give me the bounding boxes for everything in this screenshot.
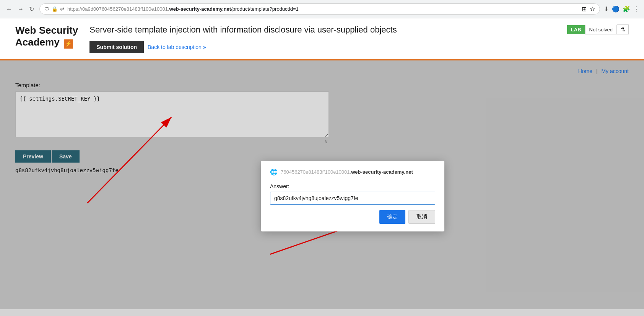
logo-line2: Academy ⚡ xyxy=(15,36,78,48)
qr-icon: ⊞ xyxy=(582,5,587,13)
home-link[interactable]: Home xyxy=(578,68,592,74)
resize-handle: // xyxy=(15,139,329,144)
logo-area: Web Security Academy ⚡ xyxy=(15,24,78,49)
star-icon: ☆ xyxy=(590,5,595,13)
logo-text-line1: Web Security xyxy=(15,24,78,36)
logo-icon: ⚡ xyxy=(64,39,73,49)
extensions-icon[interactable]: 🧩 xyxy=(623,5,630,13)
logo-text-line2: Academy ⚡ xyxy=(15,36,73,48)
answer-label: Answer: xyxy=(270,183,435,189)
menu-icon[interactable]: ⋮ xyxy=(633,5,639,13)
url-dim: https://0a9d00760456270e81483ff100e10001… xyxy=(67,6,169,12)
browser-actions: ⬇ 🔵 🧩 ⋮ xyxy=(604,5,639,13)
dialog-buttons: 确定 取消 xyxy=(270,210,435,224)
nav-separator: | xyxy=(596,68,598,74)
my-account-link[interactable]: My account xyxy=(601,68,629,74)
url-bold: web-security-academy.net xyxy=(169,6,231,12)
nav-buttons: ← → ↻ xyxy=(5,4,36,14)
cancel-button[interactable]: 取消 xyxy=(408,210,435,224)
back-to-lab-link[interactable]: Back to lab description » xyxy=(148,44,206,50)
browser-chrome: ← → ↻ 🛡 🔒 ⇄ https://0a9d00760456270e8148… xyxy=(0,0,644,18)
url-rest: /product/template?productId=1 xyxy=(231,6,299,12)
lock-icon: 🔒 xyxy=(52,6,58,12)
notification-icon[interactable]: 🔵 xyxy=(612,5,620,13)
template-label: Template: xyxy=(15,82,329,88)
page-content: Home | My account Template: {{ settings.… xyxy=(0,60,644,309)
address-bar[interactable]: 🛡 🔒 ⇄ https://0a9d00760456270e81483ff100… xyxy=(39,3,600,15)
download-icon[interactable]: ⬇ xyxy=(604,5,609,13)
shield-icon: 🛡 xyxy=(44,6,49,12)
back-button[interactable]: ← xyxy=(5,4,14,14)
lab-actions: Submit solution Back to lab description … xyxy=(89,41,556,53)
globe-icon: 🌐 xyxy=(270,168,278,176)
submit-solution-button[interactable]: Submit solution xyxy=(89,41,144,53)
answer-input[interactable] xyxy=(270,192,435,205)
dialog-domain: 🌐 760456270e81483ff100e10001.web-securit… xyxy=(270,168,435,179)
logo-line1: Web Security xyxy=(15,24,78,36)
chevron-right-icon: » xyxy=(203,44,206,50)
address-text: https://0a9d00760456270e81483ff100e10001… xyxy=(67,6,579,12)
preview-button[interactable]: Preview xyxy=(15,150,51,163)
address-icons: 🛡 🔒 ⇄ xyxy=(44,6,64,12)
domain-dim: 760456270e81483ff100e10001. xyxy=(281,169,351,175)
confirm-button[interactable]: 确定 xyxy=(379,210,405,224)
dialog: 🌐 760456270e81483ff100e10001.web-securit… xyxy=(261,161,444,231)
save-button[interactable]: Save xyxy=(52,150,80,163)
lab-title-area: Server-side template injection with info… xyxy=(78,24,567,53)
flask-icon: ⚗ xyxy=(617,24,629,34)
lab-badge: LAB xyxy=(567,25,585,34)
lab-status: Not solved xyxy=(585,25,617,34)
template-textarea[interactable]: {{ settings.SECRET_KEY }} xyxy=(15,91,329,137)
nav-links: Home | My account xyxy=(15,68,629,74)
domain-bold: web-security-academy.net xyxy=(351,169,413,175)
lab-title: Server-side template injection with info… xyxy=(89,24,556,36)
site-header: Web Security Academy ⚡ Server-side templ… xyxy=(0,18,644,60)
dialog-domain-text: 760456270e81483ff100e10001.web-security-… xyxy=(281,169,413,175)
forward-button[interactable]: → xyxy=(16,4,25,14)
lab-status-area: LAB Not solved ⚗ xyxy=(567,24,629,34)
template-section: Template: {{ settings.SECRET_KEY }} // P… xyxy=(15,82,329,173)
reload-button[interactable]: ↻ xyxy=(28,4,36,14)
tracking-icon: ⇄ xyxy=(60,6,64,12)
